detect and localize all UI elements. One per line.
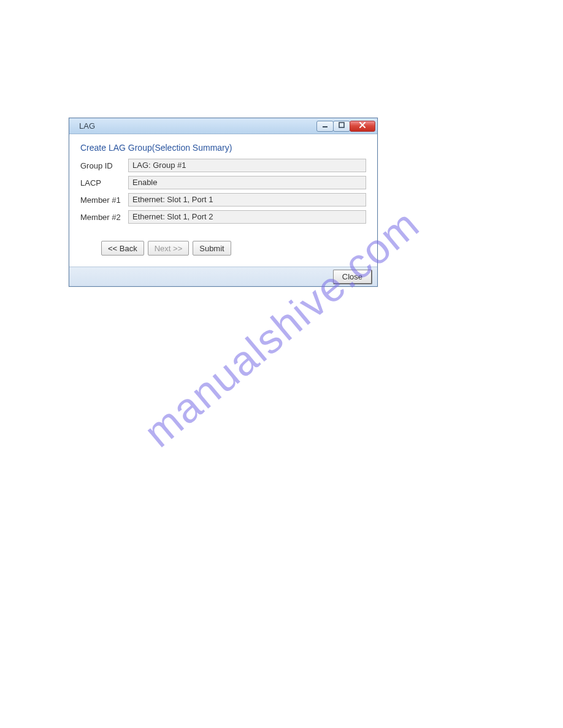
svg-rect-1 [339,123,344,127]
minimize-icon [321,121,329,131]
value-group-id: LAG: Group #1 [128,159,366,172]
value-member-1: Ethernet: Slot 1, Port 1 [128,193,366,207]
maximize-button[interactable] [333,121,350,132]
lag-dialog-window: LAG Create LAG Group(Selection Summary) [69,118,378,287]
minimize-button[interactable] [316,121,334,132]
window-title: LAG [79,121,95,131]
label-group-id: Group ID [80,161,128,170]
form-row-group-id: Group ID LAG: Group #1 [80,159,366,172]
label-member-1: Member #1 [80,195,128,205]
close-icon [359,121,366,131]
close-button[interactable]: Close [333,270,372,284]
form-row-member-1: Member #1 Ethernet: Slot 1, Port 1 [80,193,366,207]
section-title: Create LAG Group(Selection Summary) [80,143,366,153]
submit-button[interactable]: Submit [193,241,231,256]
label-member-2: Member #2 [80,213,128,222]
form-row-member-2: Member #2 Ethernet: Slot 1, Port 2 [80,210,366,224]
value-lacp: Enable [128,176,366,189]
window-controls [317,121,375,132]
svg-rect-0 [323,126,327,127]
label-lacp: LACP [80,178,128,188]
value-member-2: Ethernet: Slot 1, Port 2 [128,210,366,224]
dialog-content: Create LAG Group(Selection Summary) Grou… [69,134,377,267]
next-button[interactable]: Next >> [148,241,190,256]
close-window-button[interactable] [350,121,375,132]
maximize-icon [338,121,345,131]
back-button[interactable]: << Back [101,241,144,256]
wizard-button-row: << Back Next >> Submit [80,241,366,256]
dialog-footer: Close [69,267,377,286]
titlebar: LAG [69,118,377,134]
form-row-lacp: LACP Enable [80,176,366,189]
